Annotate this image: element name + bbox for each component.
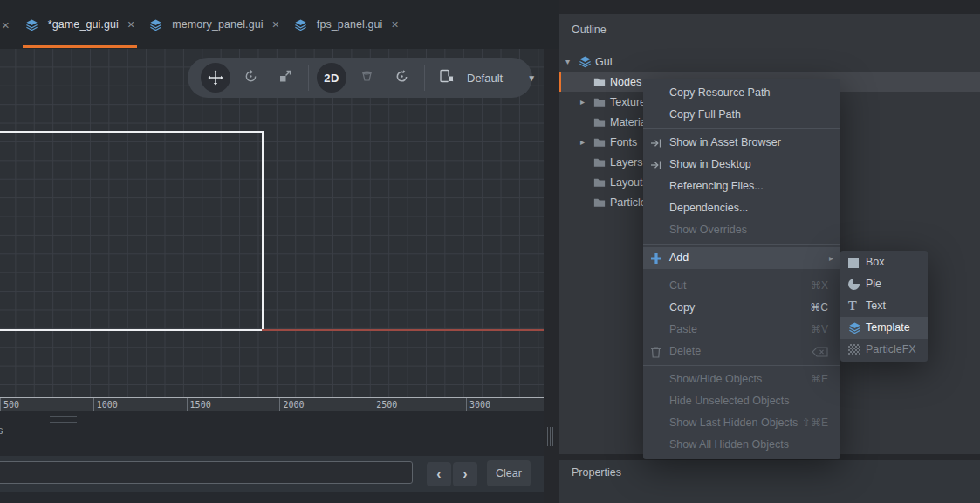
gui-file-icon xyxy=(25,18,42,31)
trash-icon xyxy=(650,341,666,362)
gui-scene-bounds xyxy=(0,131,264,331)
bottom-strip xyxy=(0,492,544,503)
menu-item: Show/Hide Objects ⌘E xyxy=(643,369,840,390)
close-icon[interactable]: × xyxy=(272,17,279,31)
device-profile-value: Default xyxy=(467,72,503,85)
menu-item: Show Last Hidden Objects ⇧⌘E xyxy=(643,412,840,434)
find-next-button[interactable]: › xyxy=(453,462,477,486)
menu-item[interactable]: Show in Asset Browser xyxy=(643,132,840,154)
device-profile-dropdown[interactable]: Default ▼ xyxy=(439,69,536,86)
menu-item[interactable]: Referencing Files... xyxy=(643,176,840,197)
shortcut-label: ⌘V xyxy=(811,319,828,341)
menu-item[interactable]: ParticleFX xyxy=(840,339,928,361)
menu-item: Paste ⌘V xyxy=(643,319,840,341)
template-icon xyxy=(848,317,862,339)
particlefx-icon xyxy=(848,339,862,361)
menu-item: Show All Hidden Objects xyxy=(643,434,840,456)
toolbar-divider xyxy=(308,65,309,91)
menu-item[interactable]: Copy Resource Path xyxy=(643,82,840,104)
menu-divider xyxy=(643,128,840,129)
clear-button[interactable]: Clear xyxy=(487,460,531,486)
folder-icon xyxy=(593,117,610,127)
panel-resize-grip[interactable] xyxy=(50,416,77,423)
folder-icon xyxy=(593,97,610,107)
rotate-tool-icon xyxy=(243,69,258,87)
menu-item: Hide Unselected Objects xyxy=(643,390,840,412)
camera-2d-label: 2D xyxy=(317,63,346,93)
shortcut-label: ⌘C xyxy=(810,297,828,319)
scale-tool-button[interactable] xyxy=(268,60,303,95)
menu-item: Show Overrides xyxy=(643,219,840,241)
close-icon[interactable]: × xyxy=(391,17,398,31)
ruler-label: 2500 xyxy=(373,398,397,412)
vertical-splitter-grip[interactable] xyxy=(550,427,551,446)
menu-item[interactable]: Box xyxy=(840,252,928,273)
menu-item[interactable]: Add ▸ xyxy=(643,247,840,269)
folder-icon xyxy=(593,197,610,208)
horizontal-ruler: 50010001500200025003000 xyxy=(0,397,544,412)
menu-divider xyxy=(643,365,840,366)
editor-tab[interactable]: memory_panel.gui × xyxy=(147,0,282,49)
truncated-panel-label: s xyxy=(0,424,3,437)
shortcut-label: ⌘E xyxy=(811,369,828,390)
menu-item[interactable]: Template xyxy=(840,317,928,339)
ruler-label: 1500 xyxy=(187,398,211,412)
close-icon[interactable]: × xyxy=(2,17,10,32)
menu-divider xyxy=(643,272,840,272)
menu-item[interactable]: Copy ⌘C xyxy=(643,297,840,319)
editor-tab-bar: × *game_gui.gui × memory_panel.gui × fps… xyxy=(0,0,559,49)
perspective-camera-button[interactable] xyxy=(349,60,384,95)
scale-tool-icon xyxy=(278,69,292,86)
perspective-camera-icon xyxy=(360,69,374,87)
editor-tab[interactable]: fps_panel.gui × xyxy=(291,0,401,49)
rotate-tool-button[interactable] xyxy=(233,60,268,95)
expand-toggle-icon[interactable]: ▸ xyxy=(580,97,593,107)
gui-icon xyxy=(579,55,595,68)
properties-panel-title: Properties xyxy=(572,466,621,479)
scene-toolbar: 2D Default ▼ xyxy=(188,58,532,98)
ruler-label: 500 xyxy=(0,398,19,412)
chevron-down-icon: ▼ xyxy=(527,73,536,83)
vertical-splitter-grip[interactable] xyxy=(547,427,548,446)
folder-icon xyxy=(593,157,610,168)
camera-reset-icon xyxy=(394,69,409,87)
vertical-splitter-grip[interactable] xyxy=(552,427,553,446)
folder-icon xyxy=(593,137,610,148)
menu-item[interactable]: Copy Full Path xyxy=(643,104,840,126)
box-icon xyxy=(848,252,862,273)
close-icon[interactable]: × xyxy=(127,17,134,31)
pie-icon xyxy=(848,273,862,295)
menu-item: Delete xyxy=(643,341,840,362)
find-previous-button[interactable]: ‹ xyxy=(427,462,451,486)
scene-editor-viewport[interactable]: 2D Default ▼ xyxy=(0,49,544,397)
context-menu: Copy Resource Path Copy Full Path Show i… xyxy=(643,79,840,459)
menu-item[interactable]: Dependencies... xyxy=(643,197,840,219)
delete-key-icon xyxy=(812,347,828,357)
properties-panel: Properties xyxy=(559,460,980,503)
menu-item[interactable]: T Text xyxy=(840,295,928,317)
text-icon: T xyxy=(848,295,862,317)
menu-item[interactable]: Show in Desktop xyxy=(643,154,840,176)
outline-panel-title: Outline xyxy=(572,24,607,36)
add-submenu: Box Pie T Text Template ParticleFX xyxy=(840,251,928,362)
jump-icon xyxy=(650,132,666,154)
folder-icon xyxy=(593,77,610,87)
editor-tab[interactable]: *game_gui.gui × xyxy=(23,0,137,49)
gui-file-icon xyxy=(149,18,166,31)
defold-editor-window: { "colors":{"accent_orange":"#e8732c","i… xyxy=(0,0,980,503)
camera-2d-button[interactable]: 2D xyxy=(314,60,349,95)
device-profile-icon xyxy=(439,69,455,86)
ruler-label: 3000 xyxy=(466,398,490,412)
expand-toggle-icon[interactable]: ▾ xyxy=(565,57,579,66)
ruler-label: 1000 xyxy=(93,398,118,412)
shortcut-label: ⌘X xyxy=(811,275,828,297)
tree-row[interactable]: ▾ Gui xyxy=(559,52,980,72)
search-input[interactable] xyxy=(0,461,413,484)
menu-item[interactable]: Pie xyxy=(840,273,928,295)
gui-file-icon xyxy=(294,18,311,31)
expand-toggle-icon[interactable]: ▸ xyxy=(580,137,593,147)
toolbar-divider xyxy=(424,65,425,91)
camera-reset-button[interactable] xyxy=(384,60,419,95)
console-panel: s xyxy=(0,411,544,456)
move-tool-button[interactable] xyxy=(198,60,233,95)
